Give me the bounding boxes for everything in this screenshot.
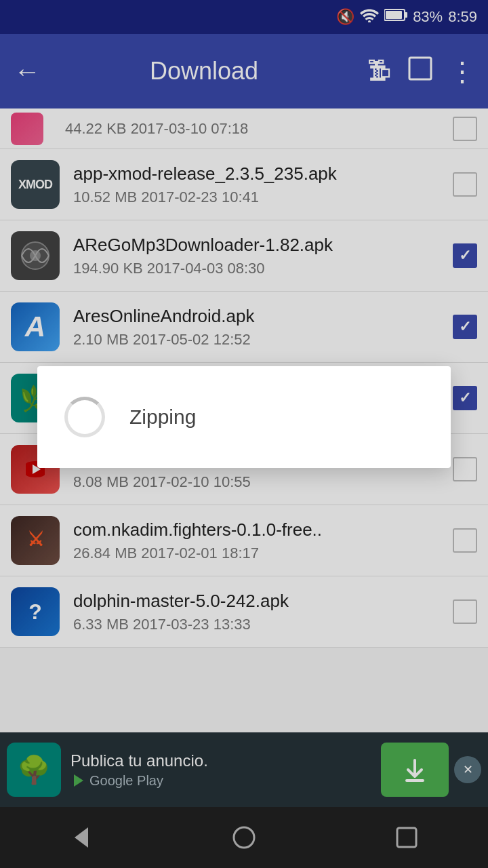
- spinner-icon: [64, 397, 105, 437]
- dialog-text: Zipping: [129, 406, 196, 429]
- dialog-overlay: Zipping: [0, 0, 488, 868]
- zipping-dialog: Zipping: [37, 366, 451, 468]
